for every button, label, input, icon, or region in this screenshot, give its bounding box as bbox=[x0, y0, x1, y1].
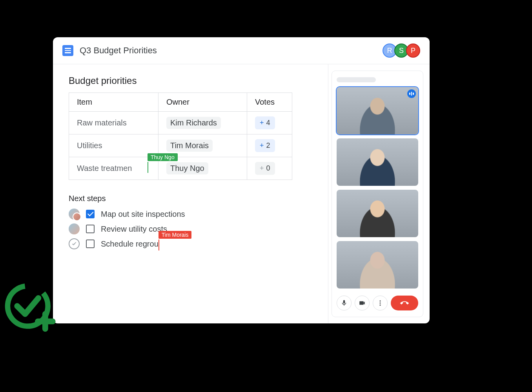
budget-priorities-heading: Budget priorities bbox=[69, 75, 312, 86]
task-checkbox[interactable] bbox=[86, 210, 95, 218]
table-row: Utilities Tim Morais +2 bbox=[69, 134, 292, 157]
vote-chip[interactable]: +0 bbox=[255, 162, 275, 175]
collab-tag-green: Thuy Ngo bbox=[148, 153, 178, 161]
more-button[interactable] bbox=[373, 296, 388, 310]
assign-task-icon[interactable] bbox=[69, 238, 80, 249]
svg-point-0 bbox=[380, 300, 381, 301]
video-tile[interactable] bbox=[337, 190, 418, 237]
vote-chip[interactable]: +2 bbox=[255, 139, 275, 152]
mic-icon bbox=[341, 299, 348, 307]
collab-tag-red: Tim Morais bbox=[159, 231, 192, 239]
hangup-button[interactable] bbox=[391, 296, 418, 310]
col-item: Item bbox=[69, 93, 159, 112]
task-text[interactable]: Schedule regrou Tim Morais bbox=[101, 240, 159, 249]
document-window: Q3 Budget Priorities R S P Budget priori… bbox=[53, 37, 430, 323]
hangup-icon bbox=[400, 299, 409, 307]
table-row: Raw materials Kim Richards +4 bbox=[69, 112, 292, 134]
video-tile[interactable] bbox=[337, 241, 418, 289]
assignee-avatar[interactable] bbox=[69, 209, 80, 220]
col-owner: Owner bbox=[158, 93, 247, 112]
svg-point-2 bbox=[380, 305, 381, 306]
task-text[interactable]: Review utility costs bbox=[101, 225, 167, 234]
docs-icon bbox=[62, 45, 73, 56]
vote-chip[interactable]: +4 bbox=[255, 116, 275, 129]
task-text[interactable]: Map out site inspections bbox=[101, 210, 185, 219]
camera-button[interactable] bbox=[355, 296, 370, 310]
task-row: Map out site inspections bbox=[69, 209, 312, 220]
video-tile[interactable] bbox=[337, 138, 418, 186]
document-body[interactable]: Budget priorities Item Owner Votes Raw m… bbox=[53, 64, 328, 323]
collaborator-avatars: R S P bbox=[385, 44, 420, 58]
plus-icon: + bbox=[260, 119, 264, 127]
col-votes: Votes bbox=[247, 93, 292, 112]
plus-icon: + bbox=[260, 164, 264, 172]
table-row: Waste treatmen Thuy Ngo Thuy Ngo +0 bbox=[69, 157, 292, 180]
collab-cursor-green bbox=[148, 162, 148, 173]
camera-icon bbox=[359, 299, 366, 307]
budget-table: Item Owner Votes Raw materials Kim Richa… bbox=[69, 93, 292, 180]
titlebar: Q3 Budget Priorities R S P bbox=[53, 37, 430, 64]
speaking-indicator-icon bbox=[407, 89, 416, 98]
task-checkbox[interactable] bbox=[86, 240, 95, 248]
next-steps-heading: Next steps bbox=[69, 194, 312, 203]
collab-cursor-red bbox=[159, 240, 159, 250]
task-row: Schedule regrou Tim Morais bbox=[69, 238, 312, 249]
meet-panel bbox=[332, 71, 423, 317]
task-check-add-icon bbox=[4, 282, 57, 335]
owner-chip[interactable]: Tim Morais bbox=[166, 140, 213, 152]
svg-point-1 bbox=[380, 303, 381, 304]
meet-title-placeholder bbox=[337, 77, 376, 82]
avatar[interactable]: P bbox=[406, 44, 420, 58]
plus-icon: + bbox=[260, 142, 264, 150]
task-checkbox[interactable] bbox=[86, 225, 95, 233]
assignee-avatar[interactable] bbox=[69, 223, 80, 234]
more-vert-icon bbox=[377, 299, 384, 307]
video-tile[interactable] bbox=[337, 87, 418, 134]
owner-chip[interactable]: Kim Richards bbox=[166, 117, 221, 129]
doc-title[interactable]: Q3 Budget Priorities bbox=[80, 45, 385, 56]
mic-button[interactable] bbox=[337, 296, 352, 310]
owner-chip[interactable]: Thuy Ngo bbox=[166, 162, 208, 174]
